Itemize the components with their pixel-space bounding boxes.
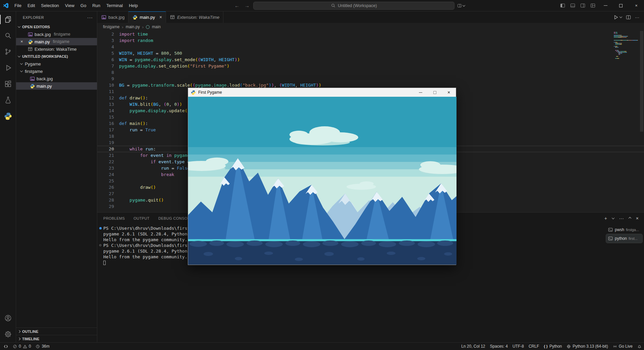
line-number[interactable]: 8 bbox=[97, 69, 114, 76]
command-center-search[interactable]: Untitled (Workspace) bbox=[253, 2, 454, 10]
status-go-live[interactable]: Go Live bbox=[610, 343, 635, 350]
line-number[interactable]: 17 bbox=[97, 127, 114, 133]
line-number[interactable]: 15 bbox=[97, 114, 114, 120]
views-more-actions-icon[interactable]: ··· bbox=[87, 15, 93, 20]
status-cursor-position[interactable]: Ln 20, Col 12 bbox=[458, 343, 487, 350]
line-number[interactable]: 6 bbox=[97, 56, 114, 63]
open-editors-header[interactable]: OPEN EDITORS bbox=[16, 23, 97, 31]
pygame-window[interactable]: First Pygame × bbox=[188, 88, 456, 265]
status-indentation[interactable]: Spaces: 4 bbox=[488, 343, 510, 350]
status-problems[interactable]: 00 bbox=[10, 343, 33, 350]
outline-header[interactable]: OUTLINE bbox=[16, 327, 97, 335]
menu-selection[interactable]: Selection bbox=[38, 2, 62, 10]
status-eol[interactable]: CRLF bbox=[526, 343, 541, 350]
line-number[interactable]: 5 bbox=[97, 50, 114, 56]
timeline-header[interactable]: TIMELINE bbox=[16, 335, 97, 342]
back-arrow-icon[interactable]: ← bbox=[233, 3, 240, 8]
file-main-py[interactable]: main.py bbox=[16, 82, 97, 90]
line-number[interactable]: 18 bbox=[97, 133, 114, 139]
line-number[interactable]: 24 bbox=[97, 171, 114, 178]
terminal-output[interactable]: PS C:\Users\dhruv\Downloads\firstgampyga… bbox=[103, 225, 198, 265]
activity-testing-icon[interactable] bbox=[0, 92, 16, 108]
toggle-sidebar-left-icon[interactable] bbox=[557, 0, 568, 11]
menu-view[interactable]: View bbox=[62, 2, 77, 10]
customize-layout-icon[interactable] bbox=[588, 0, 598, 11]
toggle-sidebar-right-icon[interactable] bbox=[578, 0, 588, 11]
line-number[interactable]: 25 bbox=[97, 178, 114, 184]
line-number[interactable]: 22 bbox=[97, 159, 114, 165]
line-number[interactable]: 2 bbox=[97, 31, 114, 37]
panel-tab-output[interactable]: OUTPUT bbox=[133, 216, 150, 220]
tab-back-jpg[interactable]: back.jpg bbox=[97, 11, 128, 23]
run-python-file-icon[interactable] bbox=[613, 15, 619, 20]
line-number[interactable]: 21 bbox=[97, 152, 114, 159]
activity-account-icon[interactable] bbox=[0, 310, 16, 326]
forward-arrow-icon[interactable]: → bbox=[243, 3, 251, 8]
close-icon[interactable]: × bbox=[20, 39, 23, 44]
status-remote-indicator[interactable] bbox=[0, 343, 10, 350]
activity-source-control-icon[interactable] bbox=[0, 44, 16, 60]
status-python-interpreter[interactable]: Python 3.13 (64-bit) bbox=[564, 343, 610, 350]
open-editor-back-jpg[interactable]: back.jpgfirstgame bbox=[16, 31, 97, 38]
layout-dropdown-icon[interactable] bbox=[457, 3, 465, 8]
new-terminal-icon[interactable]: + bbox=[604, 216, 607, 221]
menu-run[interactable]: Run bbox=[89, 2, 103, 10]
close-icon[interactable]: × bbox=[159, 15, 162, 19]
line-number[interactable]: 7 bbox=[97, 63, 114, 69]
pygame-window-titlebar[interactable]: First Pygame × bbox=[188, 88, 456, 97]
minimize-button[interactable] bbox=[598, 0, 613, 11]
breadcrumb-item-main[interactable]: main bbox=[152, 25, 161, 29]
open-editor-main-py[interactable]: ×main.pyfirstgame bbox=[16, 38, 97, 45]
panel-tab-debug-console[interactable]: DEBUG CONSOLE bbox=[158, 216, 192, 220]
line-number[interactable]: 29 bbox=[97, 203, 114, 210]
close-panel-icon[interactable]: × bbox=[636, 216, 639, 221]
maximize-button[interactable] bbox=[613, 0, 629, 11]
command-decoration-icon[interactable] bbox=[99, 244, 101, 246]
line-number[interactable]: 20 bbox=[97, 146, 114, 152]
line-number[interactable]: 9 bbox=[97, 76, 114, 82]
pygame-maximize-button[interactable] bbox=[428, 88, 442, 97]
folder-pygame[interactable]: Pygame bbox=[16, 60, 97, 68]
editor-more-actions-icon[interactable]: ··· bbox=[635, 15, 639, 20]
open-editor-extension-wakatime[interactable]: Extension: WakaTime bbox=[16, 45, 97, 53]
toggle-panel-icon[interactable] bbox=[568, 0, 578, 11]
activity-search-icon[interactable] bbox=[0, 28, 16, 44]
workspace-header[interactable]: UNTITLED (WORKSPACE) bbox=[16, 53, 97, 60]
pygame-minimize-button[interactable] bbox=[414, 88, 428, 97]
terminal-list-item-pwsh[interactable]: pwshfirstga... bbox=[606, 225, 642, 234]
command-decoration-icon[interactable] bbox=[99, 227, 102, 229]
minimap[interactable] bbox=[614, 32, 639, 60]
tab-extension-wakatime[interactable]: Extension: WakaTime bbox=[166, 11, 223, 23]
activity-explorer-icon[interactable] bbox=[0, 11, 16, 28]
menu-go[interactable]: Go bbox=[77, 2, 89, 10]
pygame-close-button[interactable]: × bbox=[442, 88, 456, 97]
maximize-panel-icon[interactable] bbox=[629, 217, 631, 220]
line-number[interactable]: 3 bbox=[97, 37, 114, 44]
menu-edit[interactable]: Edit bbox=[24, 2, 38, 10]
file-back-jpg[interactable]: back.jpg bbox=[16, 75, 97, 82]
editor-scrollbar[interactable] bbox=[640, 31, 643, 132]
menu-file[interactable]: File bbox=[11, 2, 24, 10]
breadcrumb-item-firstgame[interactable]: firstgame bbox=[103, 25, 119, 29]
line-number[interactable]: 23 bbox=[97, 165, 114, 171]
status-notifications-bell[interactable] bbox=[635, 343, 644, 350]
menu-terminal[interactable]: Terminal bbox=[103, 2, 126, 10]
line-number[interactable]: 14 bbox=[97, 107, 114, 114]
panel-more-actions-icon[interactable]: ··· bbox=[619, 216, 624, 221]
activity-run-debug-icon[interactable] bbox=[0, 60, 16, 76]
run-dropdown-icon[interactable] bbox=[620, 15, 622, 18]
terminal-list-item-python[interactable]: pythonfirst... bbox=[606, 234, 642, 243]
activity-extensions-icon[interactable] bbox=[0, 76, 16, 92]
line-number[interactable]: 16 bbox=[97, 120, 114, 127]
line-number[interactable]: 10 bbox=[97, 82, 114, 88]
line-number[interactable]: 26 bbox=[97, 184, 114, 190]
line-number[interactable]: 19 bbox=[97, 139, 114, 146]
status-encoding[interactable]: UTF-8 bbox=[510, 343, 526, 350]
menu-help[interactable]: Help bbox=[126, 2, 141, 10]
activity-settings-icon[interactable] bbox=[0, 326, 16, 342]
status-language-mode[interactable]: { }Python bbox=[541, 343, 564, 350]
folder-firstgame[interactable]: firstgame bbox=[16, 68, 97, 75]
status-wakatime[interactable]: 36m bbox=[33, 343, 52, 350]
panel-tab-problems[interactable]: PROBLEMS bbox=[103, 216, 125, 220]
breadcrumb-item-main-py[interactable]: main.py bbox=[126, 25, 140, 29]
